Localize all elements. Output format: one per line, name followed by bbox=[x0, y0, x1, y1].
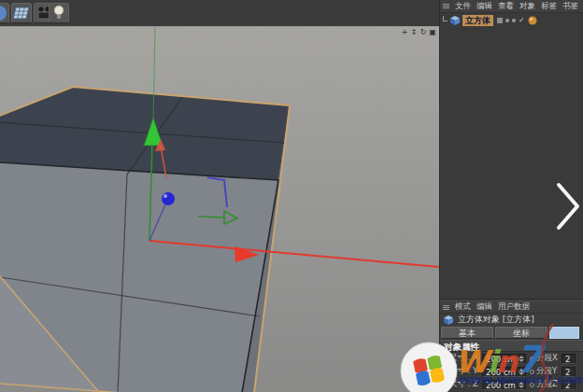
watermark-url: www.winwin7.com bbox=[459, 372, 583, 386]
viewport-nav: + ↕ ↻ ▣ bbox=[401, 28, 436, 36]
object-name[interactable]: 立方体 bbox=[462, 15, 493, 26]
z-axis-highlight bbox=[164, 194, 167, 198]
object-manager-menubar: 文件 编辑 查看 对象 标签 书签 bbox=[440, 0, 583, 13]
attribute-title: 立方体对象 [立方体] bbox=[458, 314, 534, 326]
windows-logo bbox=[400, 342, 458, 392]
cube-object[interactable] bbox=[0, 87, 290, 392]
viewport-toolbar bbox=[0, 0, 439, 26]
visibility-render-dot[interactable] bbox=[512, 19, 516, 22]
object-toggles: ✓ bbox=[497, 16, 537, 25]
tree-elbow-icon bbox=[443, 16, 448, 21]
scene bbox=[0, 27, 439, 392]
tab-object-selected[interactable] bbox=[549, 327, 579, 339]
next-arrow-icon[interactable] bbox=[555, 181, 581, 231]
menu-userdata[interactable]: 用户数据 bbox=[498, 301, 530, 313]
visibility-editor-dot[interactable] bbox=[505, 19, 509, 22]
menu-edit2[interactable]: 编辑 bbox=[476, 301, 492, 313]
menu-tags[interactable]: 标签 bbox=[541, 1, 557, 12]
cube-object-icon bbox=[449, 15, 461, 26]
menu-view[interactable]: 查看 bbox=[498, 1, 514, 12]
light-icon[interactable] bbox=[49, 3, 69, 23]
menu-object[interactable]: 对象 bbox=[519, 1, 535, 12]
c4d-window: + ↕ ↻ ▣ 文件 编辑 查看 对象 标签 书签 立方体 bbox=[0, 0, 583, 392]
sphere-icon[interactable] bbox=[0, 3, 9, 23]
segments-x-field[interactable]: 2 bbox=[562, 354, 576, 364]
menu-file[interactable]: 文件 bbox=[455, 1, 471, 12]
perspective-viewport[interactable]: + ↕ ↻ ▣ bbox=[0, 26, 439, 392]
attribute-title-row: 立方体对象 [立方体] bbox=[440, 314, 583, 326]
plane-handle-green-line[interactable] bbox=[198, 217, 225, 217]
panel-menu-icon[interactable] bbox=[443, 4, 449, 8]
maximize-icon[interactable]: ▣ bbox=[429, 28, 436, 36]
phong-tag-icon[interactable] bbox=[528, 16, 537, 25]
menu-bookmarks[interactable]: 书签 bbox=[562, 1, 578, 12]
object-manager-body[interactable] bbox=[440, 28, 583, 300]
menu-mode[interactable]: 模式 bbox=[455, 301, 471, 313]
z-axis-handle[interactable] bbox=[162, 192, 175, 205]
object-row-cube[interactable]: 立方体 ✓ bbox=[440, 14, 583, 27]
pan-icon[interactable]: + bbox=[401, 28, 408, 36]
rotate-icon[interactable]: ↻ bbox=[419, 28, 427, 36]
enabled-check-icon[interactable]: ✓ bbox=[519, 17, 525, 24]
zoom-icon[interactable]: ↕ bbox=[410, 28, 418, 36]
attribute-menubar: 模式 编辑 用户数据 bbox=[440, 301, 583, 314]
menu-edit[interactable]: 编辑 bbox=[476, 1, 492, 12]
layer-icon[interactable] bbox=[497, 18, 503, 23]
grid-plane-icon[interactable] bbox=[11, 3, 32, 23]
panel-menu-icon[interactable] bbox=[443, 305, 449, 310]
cube-object-icon bbox=[443, 315, 454, 326]
